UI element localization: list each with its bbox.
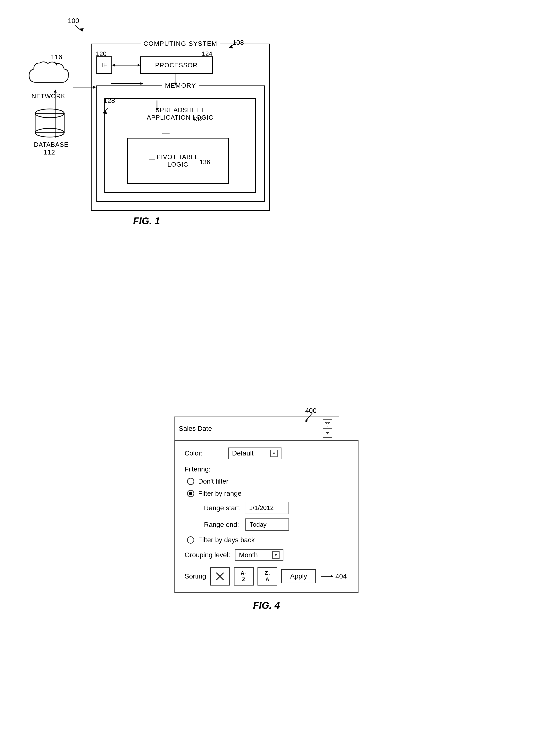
fig1-caption: FIG. 1 — [133, 216, 160, 226]
if-label: IF — [101, 61, 107, 69]
ref-120: 120 — [96, 50, 106, 58]
grouping-row: Grouping level: Month — [185, 549, 348, 561]
range-start-input[interactable]: 1/1/2012 — [245, 502, 289, 514]
dont-filter-label: Don't filter — [198, 478, 229, 485]
apply-label: Apply — [290, 573, 307, 580]
spreadsheet-line1: SPREADSHEET — [147, 106, 213, 114]
range-start-value: 1/1/2012 — [249, 504, 274, 511]
filter-by-days-label: Filter by days back — [198, 536, 254, 544]
ref-404-container: 404 — [321, 573, 347, 580]
color-dropdown-arrow[interactable] — [270, 450, 278, 457]
grouping-select[interactable]: Month — [235, 549, 284, 561]
filter-by-range-label: Filter by range — [198, 490, 242, 497]
svg-marker-34 — [275, 554, 277, 556]
ref-136: 136 — [200, 158, 210, 166]
svg-marker-31 — [325, 422, 330, 426]
sales-date-header: Sales Date — [179, 425, 323, 432]
network-label: NETWORK — [27, 92, 70, 100]
sort-za-top: Z — [264, 570, 268, 576]
ref-112: 112 — [44, 148, 55, 156]
pivot-line1: PIVOT TABLE — [156, 153, 199, 161]
ref-100: 100 — [68, 17, 79, 25]
svg-marker-1 — [80, 28, 83, 31]
grouping-dropdown-arrow[interactable] — [272, 551, 280, 559]
svg-marker-24 — [137, 64, 140, 67]
sort-az-top: A — [241, 570, 244, 576]
ref-404: 404 — [336, 573, 347, 580]
range-end-input[interactable]: Today — [245, 519, 289, 531]
color-value: Default — [232, 449, 254, 457]
sort-clear-button[interactable] — [210, 567, 230, 585]
sort-za-bottom: A — [265, 576, 269, 582]
range-end-row: Range end: Today — [204, 519, 348, 531]
filtering-label: Filtering: — [185, 465, 348, 473]
pivot-line2: LOGIC — [167, 161, 188, 168]
filter-by-range-radio[interactable] — [187, 490, 194, 497]
sort-za-desc-button[interactable]: Z ↓ A — [257, 567, 277, 585]
range-end-label: Range end: — [204, 521, 239, 529]
grouping-value: Month — [239, 551, 258, 559]
color-label: Color: — [185, 449, 228, 457]
filter-by-days-option[interactable]: Filter by days back — [187, 536, 348, 544]
sort-az-asc-button[interactable]: A ↑ Z — [234, 567, 254, 585]
svg-marker-26 — [112, 64, 115, 67]
range-start-label: Range start: — [204, 504, 241, 512]
grouping-label: Grouping level: — [185, 551, 230, 559]
color-select[interactable]: Default — [228, 447, 282, 459]
svg-marker-38 — [331, 575, 333, 578]
memory-label: MEMORY — [162, 82, 199, 89]
svg-line-0 — [75, 25, 82, 31]
filter-icon[interactable] — [323, 420, 332, 428]
apply-button[interactable]: Apply — [281, 569, 316, 583]
sort-az-bottom: Z — [242, 576, 245, 582]
ref-124: 124 — [202, 50, 212, 58]
fig4-caption: FIG. 4 — [253, 600, 280, 611]
dropdown-icon[interactable] — [323, 428, 332, 438]
filter-by-days-radio[interactable] — [187, 536, 194, 544]
sorting-row: Sorting A ↑ Z Z — [185, 567, 348, 585]
svg-marker-33 — [273, 453, 275, 455]
dont-filter-option[interactable]: Don't filter — [187, 478, 348, 485]
sort-az-arrow-up: ↑ — [245, 572, 246, 576]
range-end-value: Today — [250, 521, 266, 528]
computing-system-label: COMPUTING SYSTEM — [140, 40, 220, 47]
database-label: DATABASE — [34, 141, 69, 148]
dont-filter-radio[interactable] — [187, 478, 194, 485]
processor-label: PROCESSOR — [155, 62, 197, 69]
filter-by-range-option[interactable]: Filter by range — [187, 490, 348, 497]
range-start-row: Range start: 1/1/2012 — [204, 502, 348, 514]
ref-132: 132 — [192, 116, 203, 123]
sorting-label: Sorting — [185, 573, 206, 580]
svg-marker-32 — [326, 432, 329, 434]
svg-line-29 — [305, 413, 312, 421]
sort-za-arrow-down: ↓ — [268, 572, 270, 576]
spreadsheet-line2: APPLICATION LOGIC — [147, 114, 213, 121]
